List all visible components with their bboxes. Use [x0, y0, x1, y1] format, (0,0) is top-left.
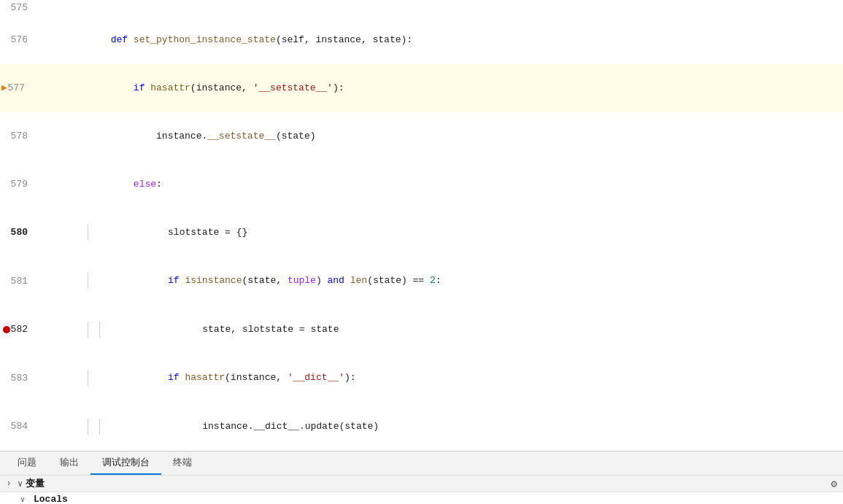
line-number-581: 581 [0, 257, 36, 305]
code-content-576: def set_python_instance_state(self, inst… [36, 16, 843, 64]
code-content-579: else: [36, 160, 843, 209]
code-content-578: instance.__setstate__(state) [36, 112, 843, 160]
code-line-577: 577 ▶ if hasattr(instance, '__setstate__… [0, 64, 843, 112]
variables-chevron-down: ∨ [18, 478, 23, 489]
locals-row[interactable]: ∨ Locals [0, 492, 843, 504]
code-content-584: instance.__dict__.update(state) [36, 403, 843, 451]
code-line-580: 580 slotstate = {} [0, 209, 843, 257]
code-line-576: 576 def set_python_instance_state(self, … [0, 16, 843, 64]
line-number-584: 584 [0, 403, 36, 451]
line-number-580: 580 [0, 209, 36, 257]
tab-problems[interactable]: 问题 [6, 451, 48, 475]
code-line-578: 578 instance.__setstate__(state) [0, 112, 843, 160]
code-content-582: state, slotstate = state [36, 306, 843, 354]
line-number-576: 576 [0, 16, 36, 64]
code-lines: 575 576 def set_python_instance_state(se… [0, 0, 843, 451]
code-line-575: 575 [0, 0, 843, 16]
tab-debug-console[interactable]: 调试控制台 [91, 451, 161, 475]
gear-icon[interactable]: ⚙ [831, 478, 837, 490]
code-content-577: if hasattr(instance, '__setstate__'): [36, 64, 843, 112]
code-editor: 575 576 def set_python_instance_state(se… [0, 0, 843, 451]
line-number-582: 582 [0, 306, 36, 354]
code-line-582: 582 state, slotstate = state [0, 306, 843, 354]
panel-tabs: 问题 输出 调试控制台 终端 [0, 451, 843, 476]
line-number-577: 577 ▶ [0, 64, 36, 112]
line-number-578: 578 [0, 112, 36, 160]
code-content-575 [36, 0, 843, 16]
debug-arrow-icon: ▶ [1, 80, 7, 96]
code-line-584: 584 instance.__dict__.update(state) [0, 403, 843, 451]
code-line-579: 579 else: [0, 160, 843, 209]
variables-section-expand-icon[interactable]: › [3, 478, 15, 489]
variables-section-title: 变量 [26, 477, 45, 490]
tab-output[interactable]: 输出 [48, 451, 91, 475]
locals-label: Locals [34, 494, 68, 504]
code-content-580: slotstate = {} [36, 209, 843, 257]
line-number-579: 579 [0, 160, 36, 209]
tab-terminal[interactable]: 终端 [161, 451, 204, 475]
line-number-583: 583 [0, 354, 36, 402]
code-line-581: 581 if isinstance(state, tuple) and len(… [0, 257, 843, 305]
line-number-575: 575 [0, 0, 36, 16]
variables-section-header[interactable]: › ∨ 变量 ⚙ [0, 476, 843, 492]
debug-panel: › ∨ 变量 ⚙ ∨ Locals instance = '' › self =… [0, 476, 843, 504]
locals-toggle-icon[interactable]: ∨ [20, 495, 32, 504]
code-line-583: 583 if hasattr(instance, '__dict__'): [0, 354, 843, 402]
code-content-581: if isinstance(state, tuple) and len(stat… [36, 257, 843, 305]
code-content-583: if hasattr(instance, '__dict__'): [36, 354, 843, 402]
breakpoint-dot [3, 326, 10, 333]
